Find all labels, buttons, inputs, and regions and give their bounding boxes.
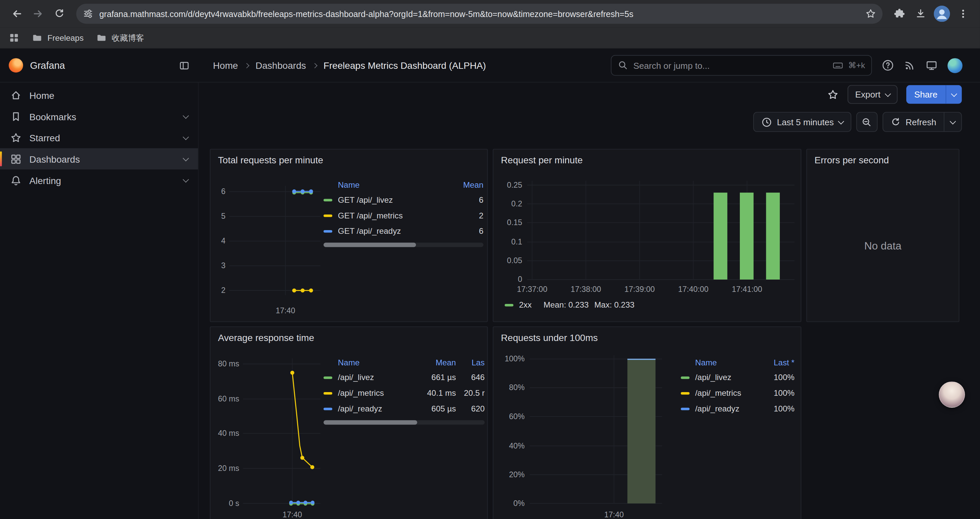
y-tick: 60 ms [218, 394, 239, 403]
breadcrumb: Home Dashboards Freeleaps Metrics Dashbo… [213, 60, 486, 71]
apps-grid-icon[interactable] [9, 32, 19, 43]
chevron-down-icon[interactable] [183, 134, 189, 140]
panel-title[interactable]: Errors per second [815, 155, 889, 165]
scrollbar-thumb[interactable] [323, 243, 416, 247]
legend-series-name[interactable]: /api/_metrics [695, 388, 757, 398]
legend-row: /api/_readyz 605 µs 620 [323, 401, 485, 417]
legend-last-value: 20.5 r [456, 388, 485, 398]
legend-series-name[interactable]: /api/_readyz [695, 404, 757, 414]
bar-2xx [766, 193, 780, 279]
downloads-icon[interactable] [910, 3, 931, 24]
search-box[interactable]: ⌘+k [611, 55, 872, 76]
folder-icon [32, 32, 42, 43]
time-range-label: Last 5 minutes [777, 117, 834, 127]
legend-series-name[interactable]: GET /api/_readyz [338, 227, 448, 236]
legend-scrollbar[interactable] [323, 420, 485, 425]
series-swatch-blue [681, 407, 689, 410]
bookmark-folder-blog[interactable]: 收藏博客 [96, 32, 144, 43]
legend-header-name[interactable]: Name [338, 180, 448, 189]
legend-header-mean[interactable]: Mean [448, 180, 483, 189]
sidebar-item-home[interactable]: Home [0, 85, 198, 106]
floating-assistant-avatar[interactable] [939, 382, 965, 408]
legend-header-last[interactable]: Las [456, 358, 485, 367]
chevron-right-icon [312, 63, 318, 68]
refresh-icon [891, 117, 900, 127]
breadcrumb-dashboards[interactable]: Dashboards [256, 60, 306, 71]
legend-header-last[interactable]: Last * [757, 358, 794, 367]
site-settings-icon[interactable] [83, 8, 94, 19]
legend-row: GET /api/_readyz 6 [323, 223, 483, 239]
sidebar: Home Bookmarks Starred Dashboards Alerti… [0, 83, 199, 519]
time-range-picker[interactable]: Last 5 minutes [753, 112, 851, 132]
legend-last-value: 646 [456, 373, 485, 382]
legend-table: Name Mean GET /api/_livez 6 GET /api/_me… [323, 178, 483, 247]
share-label[interactable]: Share [906, 85, 946, 104]
zoom-out-button[interactable] [856, 112, 878, 132]
y-tick: 20 ms [218, 464, 239, 473]
search-input[interactable] [633, 61, 827, 70]
x-tick: 17:40 [604, 510, 624, 519]
bookmark-star-icon[interactable] [865, 8, 876, 19]
sidebar-item-alerting[interactable]: Alerting [0, 169, 198, 191]
bookmark-folder-freeleaps[interactable]: Freeleaps [32, 32, 83, 43]
legend-series-name[interactable]: /api/_livez [695, 373, 757, 382]
chevron-down-icon[interactable] [183, 112, 189, 118]
legend-series-name[interactable]: /api/_metrics [338, 388, 417, 398]
reload-icon[interactable] [49, 3, 70, 24]
refresh-interval-button[interactable] [943, 113, 961, 131]
sidebar-item-label: Starred [29, 132, 60, 143]
legend-series-name[interactable]: GET /api/_livez [338, 195, 448, 204]
sidebar-item-dashboards[interactable]: Dashboards [0, 148, 198, 170]
sidebar-item-bookmarks[interactable]: Bookmarks [0, 105, 198, 127]
legend-series-name[interactable]: /api/_livez [338, 373, 417, 382]
legend-series-name[interactable]: 2xx [519, 300, 532, 310]
chevron-down-icon[interactable] [183, 176, 189, 182]
grafana-logo[interactable] [9, 58, 23, 72]
legend-table: Name Last * /api/_livez 100% /api/_metri… [681, 355, 795, 417]
extensions-icon[interactable] [889, 3, 910, 24]
monitor-icon[interactable] [926, 59, 938, 72]
back-icon[interactable] [6, 3, 28, 24]
panel-errors-per-second[interactable]: Errors per second No data [806, 149, 959, 322]
sidebar-collapse-icon[interactable] [179, 60, 190, 71]
share-menu-button[interactable] [946, 85, 962, 104]
sidebar-item-starred[interactable]: Starred [0, 127, 198, 148]
y-tick: 0 s [229, 499, 239, 508]
scrollbar-thumb[interactable] [323, 420, 417, 425]
user-avatar[interactable] [948, 58, 963, 73]
sidebar-item-label: Alerting [29, 175, 61, 185]
refresh-button[interactable]: Refresh [883, 113, 944, 131]
help-icon[interactable] [882, 59, 894, 72]
legend-scrollbar[interactable] [323, 243, 483, 247]
breadcrumb-current: Freeleaps Metrics Dashboard (ALPHA) [323, 60, 486, 71]
series-swatch-yellow [323, 392, 332, 394]
panel-total-requests[interactable]: Total requests per minute 6 5 4 3 2 [210, 149, 488, 322]
refresh-label: Refresh [905, 117, 936, 127]
legend-series-name[interactable]: /api/_readyz [338, 404, 417, 414]
panel-avg-response-time[interactable]: Average response time 80 ms 60 ms 40 ms … [210, 326, 488, 519]
profile-avatar[interactable] [931, 3, 953, 24]
search-shortcut: ⌘+k [848, 61, 865, 70]
legend-header-mean[interactable]: Mean [417, 358, 456, 367]
chevron-down-icon[interactable] [183, 155, 189, 161]
request-per-minute-chart: 0.25 0.2 0.15 0.1 0.05 0 17:37:00 17:38:… [493, 150, 800, 322]
export-button[interactable]: Export [848, 85, 897, 104]
panel-request-per-minute[interactable]: Request per minute [493, 149, 801, 322]
legend-series-name[interactable]: GET /api/_metrics [338, 211, 448, 220]
legend-header-name[interactable]: Name [695, 358, 757, 367]
share-button[interactable]: Share [906, 85, 962, 104]
y-tick: 0 [518, 275, 522, 284]
forward-icon[interactable] [27, 3, 49, 24]
breadcrumb-home[interactable]: Home [213, 60, 238, 71]
legend-row: GET /api/_metrics 2 [323, 208, 483, 224]
address-bar[interactable]: grafana.mathmast.com/d/deytv4rwavabkb/fr… [76, 4, 882, 24]
legend-row: /api/_metrics 40.1 ms 20.5 r [323, 385, 485, 401]
panel-requests-under-100ms[interactable]: Requests under 100ms 100% 80% 60% 40% [493, 326, 801, 519]
y-tick: 60% [509, 412, 525, 421]
browser-menu-icon[interactable] [953, 3, 974, 24]
legend-line: 2xx Mean: 0.233 Max: 0.233 [505, 300, 635, 310]
favorite-star-icon[interactable] [827, 88, 839, 101]
news-feed-icon[interactable] [904, 59, 916, 72]
grafana-top-nav: Grafana Home Dashboards Freeleaps Metric… [0, 49, 980, 83]
legend-header-name[interactable]: Name [338, 358, 417, 367]
